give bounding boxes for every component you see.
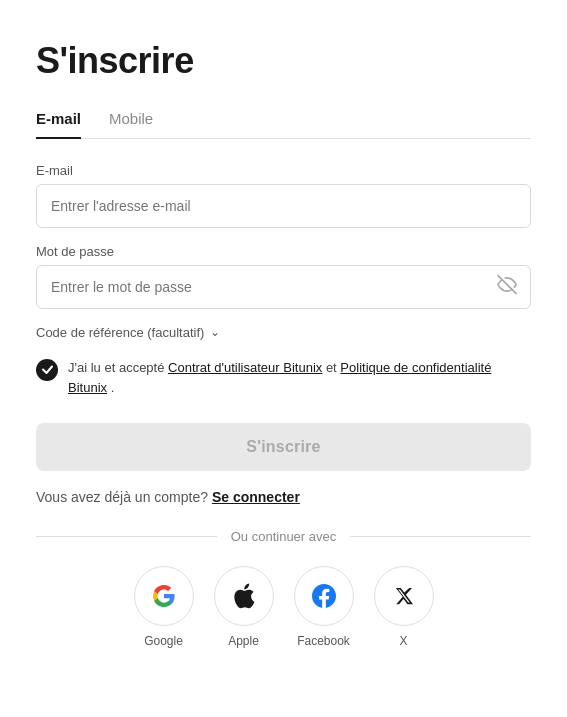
facebook-button[interactable]	[294, 566, 354, 626]
divider-line-right	[350, 536, 531, 537]
social-item-apple[interactable]: Apple	[214, 566, 274, 648]
password-wrapper	[36, 265, 531, 309]
password-input[interactable]	[36, 265, 531, 309]
referral-toggle[interactable]: Code de référence (facultatif) ⌄	[36, 325, 531, 340]
social-item-google[interactable]: Google	[134, 566, 194, 648]
tab-mobile[interactable]: Mobile	[109, 110, 153, 139]
apple-button[interactable]	[214, 566, 274, 626]
x-button[interactable]	[374, 566, 434, 626]
terms-checkbox[interactable]	[36, 359, 58, 381]
tab-email[interactable]: E-mail	[36, 110, 81, 139]
email-group: E-mail	[36, 163, 531, 228]
social-divider: Ou continuer avec	[36, 529, 531, 544]
x-label: X	[399, 634, 407, 648]
social-row: Google Apple Facebook X	[36, 566, 531, 648]
toggle-password-icon[interactable]	[497, 274, 517, 299]
divider-text: Ou continuer avec	[231, 529, 337, 544]
chevron-down-icon: ⌄	[210, 325, 220, 339]
social-item-x[interactable]: X	[374, 566, 434, 648]
login-link[interactable]: Se connecter	[212, 489, 300, 505]
terms-text: J'ai lu et accepté Contrat d'utilisateur…	[68, 358, 531, 400]
email-label: E-mail	[36, 163, 531, 178]
facebook-label: Facebook	[297, 634, 350, 648]
google-button[interactable]	[134, 566, 194, 626]
referral-label: Code de référence (facultatif)	[36, 325, 204, 340]
submit-button[interactable]: S'inscrire	[36, 423, 531, 471]
google-label: Google	[144, 634, 183, 648]
email-input[interactable]	[36, 184, 531, 228]
social-item-facebook[interactable]: Facebook	[294, 566, 354, 648]
divider-line-left	[36, 536, 217, 537]
password-group: Mot de passe	[36, 244, 531, 309]
login-prompt: Vous avez déjà un compte? Se connecter	[36, 489, 531, 505]
apple-label: Apple	[228, 634, 259, 648]
page-title: S'inscrire	[36, 40, 531, 82]
password-label: Mot de passe	[36, 244, 531, 259]
tabs: E-mail Mobile	[36, 110, 531, 139]
terms-link1[interactable]: Contrat d'utilisateur Bitunix	[168, 360, 322, 375]
terms-row: J'ai lu et accepté Contrat d'utilisateur…	[36, 358, 531, 400]
